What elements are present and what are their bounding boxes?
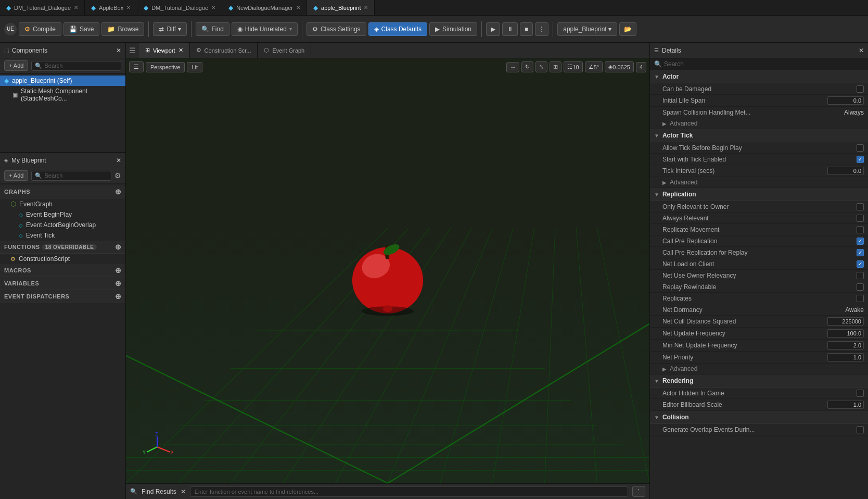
rotate-tool[interactable]: ↻ bbox=[521, 61, 533, 72]
add-component-button[interactable]: + Add bbox=[4, 60, 28, 71]
details-search-input[interactable] bbox=[664, 60, 864, 68]
find-results-input[interactable] bbox=[190, 486, 628, 497]
add-bp-button[interactable]: + Add bbox=[4, 170, 28, 181]
details-close[interactable]: ✕ bbox=[859, 47, 864, 54]
replicate-movement-checkbox[interactable] bbox=[857, 226, 864, 233]
actor-tick-advanced-row[interactable]: ▶ Advanced bbox=[650, 177, 868, 188]
scale-snap[interactable]: ◈ 0.0625 bbox=[605, 61, 634, 72]
net-priority-input[interactable] bbox=[827, 353, 864, 361]
perspective-button[interactable]: Perspective bbox=[146, 62, 185, 72]
start-tick-checkbox[interactable] bbox=[857, 156, 864, 163]
event-begin-play-item[interactable]: ◇ Event BeginPlay bbox=[0, 209, 125, 220]
construction-script-tab[interactable]: ⚙ Construction Scr... bbox=[190, 43, 258, 58]
actor-tick-section-header[interactable]: ▼ Actor Tick bbox=[650, 129, 868, 142]
always-relevant-checkbox[interactable] bbox=[857, 215, 864, 222]
components-search[interactable]: 🔍 bbox=[31, 61, 121, 71]
tab-close-1[interactable]: ✕ bbox=[74, 5, 78, 10]
my-blueprint-close[interactable]: ✕ bbox=[116, 157, 121, 164]
net-use-owner-checkbox[interactable] bbox=[857, 272, 864, 279]
tab-applebox[interactable]: ◆ AppleBox ✕ bbox=[85, 0, 137, 15]
dispatchers-add-icon[interactable]: ⊕ bbox=[115, 292, 122, 301]
tab-newdialogue[interactable]: ◆ NewDialogueManager ✕ bbox=[222, 0, 307, 15]
find-button[interactable]: 🔍 Find bbox=[196, 22, 229, 36]
functions-section-header[interactable]: FUNCTIONS 18 OVERRIDABLE ⊕ bbox=[0, 241, 125, 254]
class-settings-button[interactable]: ⚙ Class Settings bbox=[307, 22, 366, 36]
can-be-damaged-checkbox[interactable] bbox=[857, 85, 864, 93]
replicates-checkbox[interactable] bbox=[857, 295, 864, 302]
tab-dm-tutorial-1[interactable]: ◆ DM_Tutorial_Dialogue ✕ bbox=[0, 0, 85, 15]
coord-button[interactable]: ⊞ bbox=[550, 61, 561, 72]
collision-section-header[interactable]: ▼ Collision bbox=[650, 411, 868, 424]
call-pre-replication-replay-checkbox[interactable] bbox=[857, 249, 864, 256]
actor-section-header[interactable]: ▼ Actor bbox=[650, 70, 868, 83]
tab-close-3[interactable]: ✕ bbox=[211, 5, 215, 10]
min-net-update-input[interactable] bbox=[827, 341, 864, 350]
viewport-close[interactable]: ✕ bbox=[178, 47, 183, 54]
class-defaults-button[interactable]: ◈ Class Defaults bbox=[368, 22, 427, 36]
functions-add-icon[interactable]: ⊕ bbox=[115, 243, 122, 251]
replay-rewindable-checkbox[interactable] bbox=[857, 283, 864, 291]
more-play-button[interactable]: ⋮ bbox=[535, 22, 548, 36]
bp-search[interactable]: 🔍 bbox=[31, 171, 111, 181]
replication-advanced-row[interactable]: ▶ Advanced bbox=[650, 364, 868, 375]
event-dispatchers-section-header[interactable]: EVENT DISPATCHERS ⊕ bbox=[0, 290, 125, 303]
tab-dm-tutorial-2[interactable]: ◆ DM_Tutorial_Dialogue ✕ bbox=[137, 0, 222, 15]
initial-life-span-input[interactable] bbox=[827, 96, 864, 105]
scale-tool[interactable]: ⤡ bbox=[535, 61, 547, 72]
play-button[interactable]: ▶ bbox=[486, 22, 500, 36]
event-graph-tab[interactable]: ⬡ Event Graph bbox=[258, 43, 311, 58]
components-close[interactable]: ✕ bbox=[116, 47, 121, 54]
bp-search-input[interactable] bbox=[44, 172, 108, 179]
event-tick-item[interactable]: ◇ Event Tick bbox=[0, 230, 125, 241]
variables-add-icon[interactable]: ⊕ bbox=[115, 279, 122, 288]
translate-tool[interactable]: ↔ bbox=[506, 62, 519, 72]
blueprint-action-button[interactable]: 📂 bbox=[619, 22, 636, 36]
variables-section-header[interactable]: VARIABLES ⊕ bbox=[0, 277, 125, 290]
allow-tick-checkbox[interactable] bbox=[857, 144, 864, 152]
compile-button[interactable]: ⚙ Compile bbox=[19, 22, 61, 36]
billboard-scale-input[interactable] bbox=[827, 401, 864, 409]
hamburger-menu[interactable]: ☰ bbox=[129, 61, 144, 72]
camera-speed[interactable]: 4 bbox=[636, 62, 646, 72]
tab-close-2[interactable]: ✕ bbox=[126, 5, 131, 10]
viewport-menu-icon[interactable]: ☰ bbox=[126, 43, 139, 58]
macros-add-icon[interactable]: ⊕ bbox=[115, 266, 122, 275]
call-pre-replication-checkbox[interactable] bbox=[857, 238, 864, 245]
graphs-add-icon[interactable]: ⊕ bbox=[115, 188, 122, 196]
event-graph-item[interactable]: ⬡ EventGraph bbox=[0, 198, 125, 209]
construction-script-item[interactable]: ⚙ ConstructionScript bbox=[0, 254, 125, 264]
tab-close-4[interactable]: ✕ bbox=[296, 5, 300, 10]
component-apple-blueprint[interactable]: ◆ apple_Blueprint (Self) bbox=[0, 76, 125, 86]
browse-button[interactable]: 📁 Browse bbox=[101, 22, 144, 36]
find-results-action[interactable]: ⋮ bbox=[632, 486, 645, 497]
tick-interval-input[interactable] bbox=[827, 167, 864, 175]
bp-settings-icon[interactable]: ⚙ bbox=[114, 171, 121, 180]
angle-snap[interactable]: ∠ 5° bbox=[585, 61, 603, 72]
blueprint-dropdown[interactable]: apple_Blueprint ▾ bbox=[557, 22, 617, 36]
find-results-close[interactable]: ✕ bbox=[181, 488, 186, 495]
net-update-frequency-input[interactable] bbox=[827, 329, 864, 338]
tab-close-5[interactable]: ✕ bbox=[364, 5, 368, 10]
viewport-tab[interactable]: ⊞ Viewport ✕ bbox=[139, 43, 190, 58]
net-load-checkbox[interactable] bbox=[857, 260, 864, 268]
event-actor-begin-overlap-item[interactable]: ◇ Event ActorBeginOverlap bbox=[0, 220, 125, 230]
pause-button[interactable]: ⏸ bbox=[502, 22, 518, 36]
macros-section-header[interactable]: MACROS ⊕ bbox=[0, 264, 125, 277]
snap-settings[interactable]: ☷ 10 bbox=[564, 61, 582, 72]
only-relevant-checkbox[interactable] bbox=[857, 203, 864, 210]
hide-unrelated-button[interactable]: ◉ Hide Unrelated ▾ bbox=[232, 22, 298, 36]
generate-overlap-checkbox[interactable] bbox=[857, 426, 864, 433]
actor-advanced-row[interactable]: ▶ Advanced bbox=[650, 118, 868, 129]
lit-button[interactable]: Lit bbox=[187, 62, 202, 72]
save-button[interactable]: 💾 Save bbox=[63, 22, 99, 36]
viewport-canvas[interactable]: ☰ Perspective Lit ↔ ↻ ⤡ ⊞ ☷ 10 ∠ bbox=[126, 58, 649, 483]
diff-button[interactable]: ⇄ Diff ▾ bbox=[153, 22, 186, 36]
actor-hidden-checkbox[interactable] bbox=[857, 390, 864, 397]
graphs-section-header[interactable]: GRAPHS ⊕ bbox=[0, 185, 125, 198]
rendering-section-header[interactable]: ▼ Rendering bbox=[650, 375, 868, 388]
net-cull-distance-input[interactable] bbox=[827, 317, 864, 326]
stop-button[interactable]: ■ bbox=[520, 22, 533, 36]
replication-section-header[interactable]: ▼ Replication bbox=[650, 188, 868, 201]
component-static-mesh[interactable]: ▣ Static Mesh Component (StaticMeshCo... bbox=[0, 86, 125, 104]
simulation-button[interactable]: ▶ Simulation bbox=[429, 22, 477, 36]
